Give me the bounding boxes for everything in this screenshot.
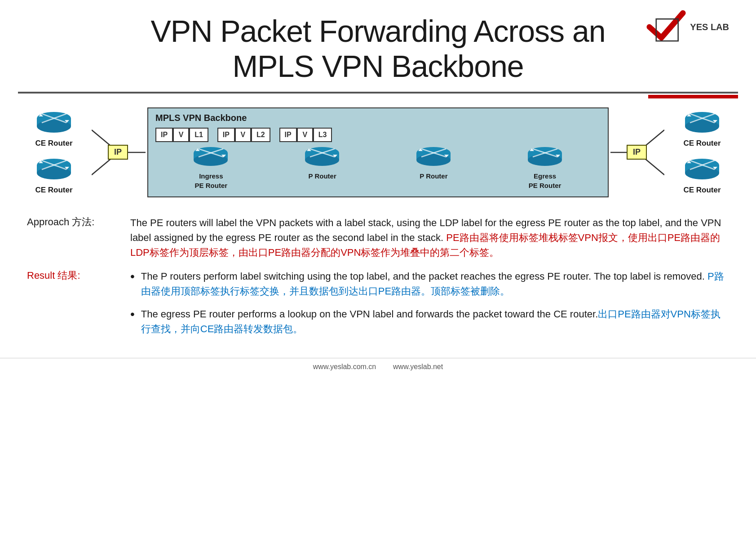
result-section: Result 结果: The P routers perform label s…	[27, 269, 729, 344]
right-ip-box: IP	[627, 145, 647, 160]
left-top-ce-router: CE Router	[35, 110, 73, 148]
ingress-pe-label-line1: Ingress	[199, 172, 223, 180]
approach-label: Approach 方法:	[27, 215, 117, 260]
bullet-text-2: The egress PE router performs a lookup o…	[141, 307, 729, 336]
ce-router-icon-bottom-left	[35, 157, 73, 184]
divider-top	[18, 92, 738, 94]
bullet-1-en: The P routers perform label switching us…	[141, 271, 707, 282]
right-top-ce-router: CE Router	[683, 110, 721, 148]
egress-pe-label-line1: Egress	[534, 172, 556, 180]
yes-lab-checkmark-icon	[646, 9, 686, 45]
backbone-box: MPLS VPN Backbone IP V L1 IP V L2 IP	[147, 107, 609, 197]
yes-lab-badge: YES LAB	[646, 9, 729, 45]
title-line2: MPLS VPN Backbone	[232, 49, 523, 83]
divider-red	[648, 95, 738, 98]
p-router-2-label: P Router	[420, 172, 447, 180]
cell-v-1: V	[173, 128, 189, 142]
ingress-pe-router-icon	[192, 146, 230, 170]
header: VPN Packet Forwarding Across an MPLS VPN…	[0, 0, 756, 88]
left-bottom-ce-router: CE Router	[35, 157, 73, 195]
egress-pe-router: Egress PE Router	[526, 146, 564, 189]
cell-ip-1: IP	[155, 128, 173, 142]
cell-l3: L3	[313, 128, 332, 142]
content-area: Approach 方法: The PE routers will label t…	[0, 206, 756, 358]
main-title: VPN Packet Forwarding Across an MPLS VPN…	[27, 13, 729, 84]
network-diagram: CE Router CE Router IP M	[0, 98, 756, 206]
p-router-1-label: P Router	[309, 172, 336, 180]
p-router-2-icon	[415, 146, 453, 170]
approach-block: Approach 方法: The PE routers will label t…	[27, 215, 729, 260]
result-label: Result 结果:	[27, 269, 117, 344]
right-bottom-ce-router: CE Router	[683, 157, 721, 195]
cell-ip-3: IP	[279, 128, 297, 142]
ce-router-icon-bottom-right	[683, 157, 721, 184]
left-ip-section: IP	[92, 107, 146, 197]
p-router-1-icon	[303, 146, 341, 170]
bullet-list: The P routers perform label switching us…	[130, 269, 729, 344]
title-line1: VPN Packet Forwarding Across an	[150, 14, 605, 48]
packet-group-1: IP V L1	[155, 128, 208, 142]
cell-v-3: V	[297, 128, 313, 142]
egress-pe-router-icon	[526, 146, 564, 170]
backbone-container: MPLS VPN Backbone IP V L1 IP V L2 IP	[147, 107, 609, 197]
cell-ip-2: IP	[217, 128, 235, 142]
packet-rows: IP V L1 IP V L2 IP V L3	[155, 128, 601, 142]
footer-link2[interactable]: www.yeslab.net	[393, 363, 443, 370]
approach-text: The PE routers will label the VPN packet…	[130, 215, 729, 260]
yes-lab-text: YES LAB	[690, 22, 729, 32]
footer-link1[interactable]: www.yeslab.com.cn	[313, 363, 376, 370]
bullet-item-2: The egress PE router performs a lookup o…	[130, 307, 729, 336]
p-router-2: P Router	[415, 146, 453, 180]
right-bottom-ce-label: CE Router	[683, 186, 721, 195]
footer: www.yeslab.com.cn www.yeslab.net	[0, 358, 756, 375]
right-top-ce-label: CE Router	[683, 139, 721, 148]
left-ce-routers: CE Router CE Router	[18, 110, 90, 195]
ce-router-icon-top-right	[683, 110, 721, 137]
cell-l1: L1	[189, 128, 208, 142]
backbone-title: MPLS VPN Backbone	[155, 113, 601, 123]
packet-group-3: IP V L3	[279, 128, 332, 142]
packet-group-2: IP V L2	[217, 128, 270, 142]
right-ip-section: IP	[610, 107, 664, 197]
divider	[0, 92, 756, 98]
left-top-ce-label: CE Router	[35, 139, 72, 148]
right-ce-routers: CE Router CE Router	[666, 110, 738, 195]
egress-pe-label-line2: PE Router	[529, 182, 561, 189]
ce-router-icon-top-left	[35, 110, 73, 137]
p-router-1: P Router	[303, 146, 341, 180]
cell-l2: L2	[251, 128, 270, 142]
bullet-2-en: The egress PE router performs a lookup o…	[141, 308, 598, 320]
left-bottom-ce-label: CE Router	[35, 186, 72, 195]
backbone-routers-row: Ingress PE Router P Router	[155, 146, 601, 189]
ingress-pe-label-line2: PE Router	[195, 182, 228, 189]
bullet-item-1: The P routers perform label switching us…	[130, 269, 729, 299]
ingress-pe-router: Ingress PE Router	[192, 146, 230, 189]
bullet-text-1: The P routers perform label switching us…	[141, 269, 729, 299]
left-ip-box: IP	[108, 145, 128, 160]
cell-v-2: V	[235, 128, 251, 142]
